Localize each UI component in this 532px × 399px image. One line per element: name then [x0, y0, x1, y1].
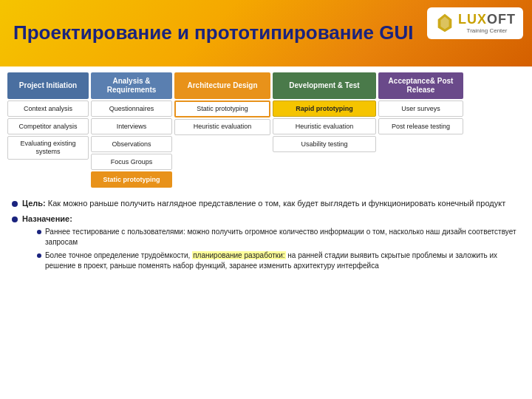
item-static-prototyping-analysis: Static prototyping	[91, 171, 172, 188]
logo-icon	[434, 13, 455, 33]
item-heuristic-arch: Heuristic evaluation	[174, 119, 270, 135]
goal-label: Цель:	[22, 199, 46, 208]
phase-header-analysis: Analysis & Requirements	[91, 72, 172, 99]
item-evaluating-systems: Evaluating existing systems	[7, 136, 89, 160]
item-post-release-testing: Post release testing	[378, 118, 463, 134]
col-architecture-design: Architecture Design Static prototyping H…	[174, 72, 270, 188]
logo-oft: OFT	[487, 12, 516, 27]
phase-header-acceptance: Acceptance& Post Release	[378, 72, 463, 99]
col-acceptance-post: Acceptance& Post Release User surveys Po…	[378, 72, 463, 188]
item-observations: Observations	[91, 136, 172, 152]
col-project-initiation: Project Initiation Context analysis Comp…	[7, 72, 89, 188]
sub-bullet-text-1: Раннее тестирование с пользователями: мо…	[45, 227, 520, 248]
bullet-goal-text: Цель: Как можно раньше получить наглядно…	[22, 198, 505, 209]
bullet-icon-purpose	[12, 216, 18, 222]
bullet-purpose: Назначение: Раннее тестирование с пользо…	[12, 214, 520, 273]
sub-bullet-text-2: Более точное определение трудоёмкости, п…	[45, 250, 520, 271]
logo-subtitle: Training Center	[458, 27, 516, 35]
logo: LUXOFT Training Center	[427, 7, 523, 39]
item-static-prototyping-arch: Static prototyping	[174, 100, 270, 117]
sub-bullet-1: Раннее тестирование с пользователями: мо…	[37, 227, 520, 248]
phase-header-project-initiation: Project Initiation	[7, 72, 89, 99]
sub-icon-2	[37, 253, 41, 258]
logo-lux: LUX	[458, 12, 487, 27]
sub-bullets: Раннее тестирование с пользователями: мо…	[37, 227, 520, 271]
item-rapid-prototyping: Rapid prototyping	[273, 100, 376, 117]
diagram-area: Project Initiation Context analysis Comp…	[0, 66, 532, 192]
sub-bullet-2: Более точное определение трудоёмкости, п…	[37, 250, 520, 271]
slide-title: Проектирование и прототипирование GUI	[13, 21, 413, 44]
phase-header-architecture: Architecture Design	[174, 72, 270, 99]
slide: Проектирование и прототипирование GUI LU…	[0, 0, 532, 399]
item-questionnaires: Questionnaires	[91, 100, 172, 117]
col-development-test: Development & Test Rapid prototyping Heu…	[273, 72, 376, 188]
phase-header-development: Development & Test	[273, 72, 376, 99]
logo-text: LUXOFT	[458, 12, 516, 27]
item-usability-testing: Usability testing	[273, 136, 376, 152]
item-interviews: Interviews	[91, 118, 172, 134]
col-analysis-requirements: Analysis & Requirements Questionnaires I…	[91, 72, 172, 188]
highlight-planning: планирование разработки:	[192, 251, 285, 259]
content-area: Цель: Как можно раньше получить наглядно…	[0, 192, 532, 283]
bullet-goal: Цель: Как можно раньше получить наглядно…	[12, 198, 520, 209]
goal-body: Как можно раньше получить наглядное пред…	[46, 199, 506, 208]
item-heuristic-dev: Heuristic evaluation	[273, 118, 376, 134]
bullet-icon-goal	[12, 201, 18, 207]
item-focus-groups: Focus Groups	[91, 154, 172, 170]
item-context-analysis: Context analysis	[7, 100, 89, 117]
phase-table: Project Initiation Context analysis Comp…	[7, 72, 525, 188]
bullet-purpose-text: Назначение:	[22, 214, 520, 225]
item-competitor-analysis: Competitor analysis	[7, 118, 89, 134]
item-user-surveys: User surveys	[378, 100, 463, 117]
purpose-label: Назначение:	[22, 214, 72, 223]
sub-icon-1	[37, 230, 41, 234]
